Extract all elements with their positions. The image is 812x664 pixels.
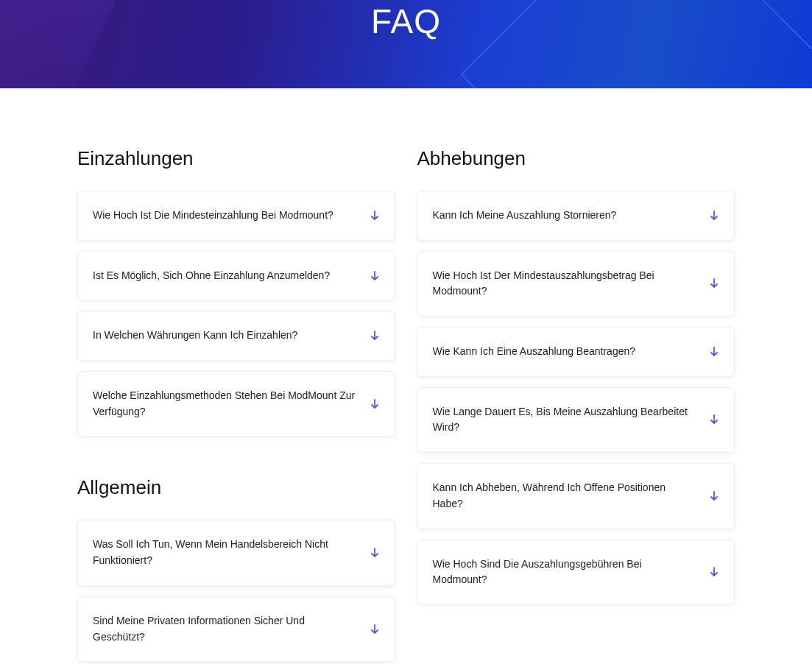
- faq-question: Wie Kann Ich Eine Auszahlung Beantragen?: [433, 344, 646, 360]
- faq-content: Einzahlungen Wie Hoch Ist Die Mindestein…: [0, 88, 812, 664]
- faq-item-deposits-0[interactable]: Wie Hoch Ist Die Mindesteinzahlung Bei M…: [77, 191, 395, 241]
- arrow-down-icon: [370, 548, 380, 558]
- faq-item-deposits-3[interactable]: Welche Einzahlungsmethoden Stehen Bei Mo…: [77, 371, 395, 437]
- faq-item-withdrawals-5[interactable]: Wie Hoch Sind Die Auszahlungsgebühren Be…: [417, 540, 735, 605]
- faq-question: In Welchen Währungen Kann Ich Einzahlen?: [93, 328, 308, 344]
- arrow-down-icon: [709, 278, 719, 289]
- faq-question: Kann Ich Abheben, Während Ich Offene Pos…: [433, 480, 710, 512]
- section-title-withdrawals: Abhebungen: [417, 147, 735, 170]
- faq-item-withdrawals-4[interactable]: Kann Ich Abheben, Während Ich Offene Pos…: [417, 463, 735, 529]
- faq-question: Kann Ich Meine Auszahlung Stornieren?: [433, 208, 627, 224]
- faq-item-general-0[interactable]: Was Soll Ich Tun, Wenn Mein Handelsberei…: [77, 520, 395, 585]
- faq-question: Wie Hoch Sind Die Auszahlungsgebühren Be…: [433, 557, 710, 588]
- faq-question: Wie Hoch Ist Die Mindesteinzahlung Bei M…: [93, 208, 344, 224]
- hero-banner: FAQ: [0, 0, 812, 88]
- faq-question: Ist Es Möglich, Sich Ohne Einzahlung Anz…: [93, 268, 340, 284]
- arrow-down-icon: [709, 347, 719, 357]
- arrow-down-icon: [709, 211, 719, 221]
- arrow-down-icon: [370, 211, 380, 221]
- faq-question: Was Soll Ich Tun, Wenn Mein Handelsberei…: [93, 537, 370, 568]
- faq-item-deposits-2[interactable]: In Welchen Währungen Kann Ich Einzahlen?: [77, 311, 395, 361]
- arrow-down-icon: [370, 624, 380, 635]
- arrow-down-icon: [709, 414, 719, 425]
- page-title: FAQ: [371, 1, 441, 41]
- right-column: Abhebungen Kann Ich Meine Auszahlung Sto…: [417, 147, 735, 664]
- section-title-general: Allgemein: [77, 476, 395, 499]
- faq-question: Welche Einzahlungsmethoden Stehen Bei Mo…: [93, 388, 370, 420]
- arrow-down-icon: [370, 271, 380, 281]
- faq-question: Wie Lange Dauert Es, Bis Meine Auszahlun…: [433, 404, 710, 436]
- faq-item-withdrawals-3[interactable]: Wie Lange Dauert Es, Bis Meine Auszahlun…: [417, 387, 735, 453]
- faq-question: Sind Meine Privaten Informationen Sicher…: [93, 613, 370, 645]
- faq-item-general-1[interactable]: Sind Meine Privaten Informationen Sicher…: [77, 596, 395, 662]
- section-title-deposits: Einzahlungen: [77, 147, 395, 170]
- arrow-down-icon: [370, 331, 380, 341]
- arrow-down-icon: [709, 491, 719, 501]
- left-column: Einzahlungen Wie Hoch Ist Die Mindestein…: [77, 147, 395, 664]
- arrow-down-icon: [370, 399, 380, 409]
- arrow-down-icon: [709, 567, 719, 577]
- faq-item-withdrawals-1[interactable]: Wie Hoch Ist Der Mindestauszahlungsbetra…: [417, 251, 735, 317]
- faq-item-deposits-1[interactable]: Ist Es Möglich, Sich Ohne Einzahlung Anz…: [77, 251, 395, 301]
- faq-item-withdrawals-2[interactable]: Wie Kann Ich Eine Auszahlung Beantragen?: [417, 327, 735, 377]
- faq-item-withdrawals-0[interactable]: Kann Ich Meine Auszahlung Stornieren?: [417, 191, 735, 241]
- faq-question: Wie Hoch Ist Der Mindestauszahlungsbetra…: [433, 268, 710, 300]
